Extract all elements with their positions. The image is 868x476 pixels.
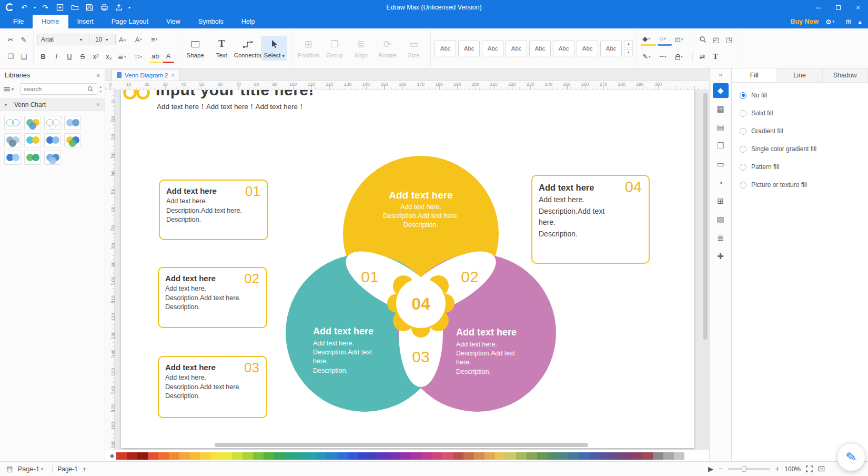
find-button[interactable]: [697, 33, 709, 46]
zoom-out-button[interactable]: −: [719, 465, 723, 473]
diagram-title[interactable]: Input your title here!: [156, 90, 314, 99]
style-preset[interactable]: Abc: [529, 41, 551, 56]
gallery-scroll-up-button[interactable]: ▴: [624, 40, 633, 47]
menu-tab-insert[interactable]: Insert: [68, 15, 103, 28]
insert-picture-icon[interactable]: ▤: [713, 120, 729, 135]
zoom-slider[interactable]: [728, 468, 770, 470]
change-shape-button[interactable]: ⇄: [697, 51, 708, 63]
palette-color[interactable]: [306, 452, 316, 460]
undo-history-dropdown[interactable]: ▾: [32, 0, 38, 15]
palette-color[interactable]: [232, 452, 243, 460]
fullscreen-icon[interactable]: [818, 465, 825, 472]
fill-color-button[interactable]: ◆▾: [641, 33, 656, 46]
symbol-library-icon[interactable]: ▦: [713, 102, 729, 116]
collapse-panel-icon[interactable]: «: [96, 72, 100, 79]
connector-tool-button[interactable]: Connector: [235, 36, 261, 61]
palette-color[interactable]: [590, 452, 600, 460]
callout-box-02[interactable]: Add text here 02 Add text here. Descript…: [158, 267, 267, 328]
style-preset[interactable]: Abc: [600, 41, 622, 56]
library-shape-thumb[interactable]: [4, 151, 21, 165]
style-preset[interactable]: Abc: [458, 41, 480, 56]
style-preset[interactable]: Abc: [577, 41, 598, 56]
palette-color[interactable]: [316, 452, 327, 460]
print-button[interactable]: [97, 0, 112, 15]
callout-box-01[interactable]: Add text here 01 Add text here. Descript…: [159, 180, 268, 240]
outline-icon[interactable]: ≣: [713, 231, 729, 245]
increase-font-button[interactable]: A▴: [117, 33, 132, 46]
add-page-button[interactable]: +: [83, 465, 87, 473]
library-shape-thumb[interactable]: [24, 151, 41, 165]
export-button[interactable]: [112, 0, 126, 15]
style-preset[interactable]: Abc: [506, 41, 527, 56]
palette-color[interactable]: [421, 452, 432, 460]
library-shape-thumb[interactable]: [44, 133, 61, 147]
redo-button[interactable]: ↷: [38, 0, 53, 15]
zoom-in-button[interactable]: +: [775, 465, 780, 473]
close-section-icon[interactable]: ×: [96, 101, 100, 108]
gallery-scroll-down-button[interactable]: ▾: [624, 49, 633, 56]
presentation-play-button[interactable]: ▶: [708, 465, 713, 473]
fit-page-icon[interactable]: [806, 465, 813, 472]
fill-option-no-fill[interactable]: No fill: [740, 92, 860, 99]
font-color-button[interactable]: A: [163, 51, 174, 63]
horizontal-scrollbar[interactable]: [215, 443, 588, 447]
palette-color[interactable]: [221, 452, 232, 460]
copy-button[interactable]: ❐: [5, 51, 16, 63]
transform-icon[interactable]: ✚: [713, 249, 729, 264]
page-selector[interactable]: Page-1▾: [17, 465, 47, 473]
palette-color[interactable]: [548, 452, 558, 460]
palette-color[interactable]: [179, 452, 190, 460]
palette-color[interactable]: [285, 452, 295, 460]
palette-color[interactable]: [632, 452, 642, 460]
shape-tool-button[interactable]: Shape: [182, 36, 208, 61]
collapse-ribbon-icon[interactable]: ▴: [858, 18, 862, 26]
search-input[interactable]: [24, 86, 85, 92]
document-tab[interactable]: Venn Diagram 2 ×: [112, 69, 180, 81]
style-preset[interactable]: Abc: [482, 41, 503, 56]
send-to-back-button[interactable]: ◳: [723, 33, 735, 46]
palette-bucket-icon[interactable]: ◆: [108, 452, 116, 459]
undo-button[interactable]: ↶: [17, 0, 32, 15]
palette-color[interactable]: [506, 452, 516, 460]
palette-color[interactable]: [379, 452, 390, 460]
text-highlight-button[interactable]: ab: [149, 51, 161, 63]
palette-color[interactable]: [463, 452, 474, 460]
page-view-icon[interactable]: ▤: [6, 465, 13, 473]
app-grid-icon[interactable]: ⊞: [846, 18, 852, 26]
palette-color[interactable]: [411, 452, 421, 460]
menu-tab-view[interactable]: View: [157, 15, 189, 28]
library-search-box[interactable]: [20, 83, 97, 95]
library-shape-thumb[interactable]: [4, 116, 21, 130]
close-button[interactable]: ×: [848, 0, 868, 15]
zoom-slider-thumb[interactable]: [742, 466, 746, 472]
palette-color[interactable]: [327, 452, 337, 460]
style-preset[interactable]: Abc: [553, 41, 574, 56]
decrease-font-button[interactable]: A▾: [134, 33, 148, 46]
palette-color[interactable]: [653, 452, 663, 460]
palette-color[interactable]: [432, 452, 442, 460]
palette-color[interactable]: [569, 452, 579, 460]
palette-color[interactable]: [390, 452, 400, 460]
text-align-button[interactable]: ≡▾: [149, 33, 164, 46]
menu-tab-help[interactable]: Help: [233, 15, 264, 28]
line-color-button[interactable]: ○▾: [658, 33, 672, 46]
palette-color[interactable]: [358, 452, 369, 460]
callout-box-03[interactable]: Add text here 03 Add text here. Descript…: [158, 356, 267, 418]
note-icon[interactable]: ▭: [713, 157, 729, 172]
page-tab[interactable]: Page-1: [57, 465, 78, 473]
venn-diagram[interactable]: Add text here Add text here. Description…: [272, 148, 567, 443]
expand-panel-icon[interactable]: »: [713, 70, 729, 80]
palette-color[interactable]: [400, 452, 411, 460]
fill-option-solid-fill[interactable]: Solid fill: [740, 110, 860, 117]
palette-color[interactable]: [663, 452, 674, 460]
drawing-page[interactable]: Input your title here! Add text here！Add…: [121, 90, 694, 448]
library-shape-thumb[interactable]: [24, 133, 41, 147]
paste-button[interactable]: ❏: [18, 51, 29, 63]
palette-color[interactable]: [243, 452, 253, 460]
palette-color[interactable]: [169, 452, 179, 460]
panel-tab-line[interactable]: Line: [777, 68, 822, 82]
library-scroll-buttons[interactable]: ▴▾: [99, 85, 102, 94]
palette-color[interactable]: [264, 452, 274, 460]
palette-color[interactable]: [611, 452, 621, 460]
minimize-button[interactable]: ─: [808, 0, 828, 15]
